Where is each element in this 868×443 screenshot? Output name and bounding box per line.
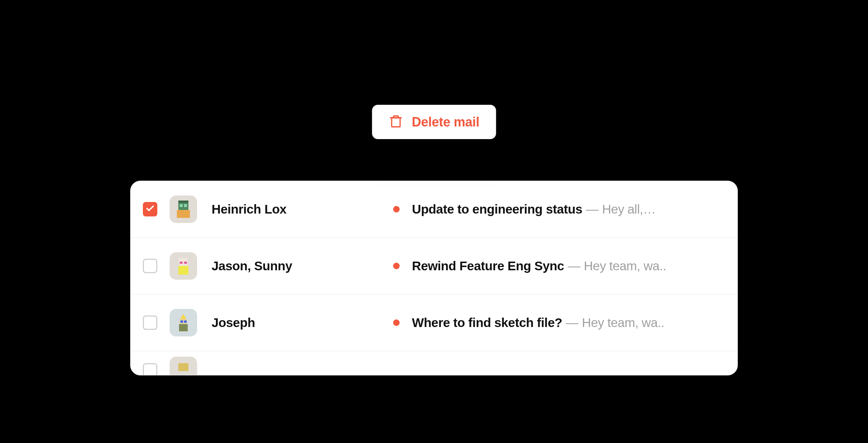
subject-line: Where to find sketch file? — Hey team, w… (412, 315, 664, 330)
subject-text: Update to engineering status (412, 202, 582, 216)
svg-rect-3 (180, 204, 183, 207)
preview-text: Hey team, wa.. (582, 315, 664, 330)
mail-row[interactable]: Jason, Sunny Rewind Feature Eng Sync — H… (131, 238, 737, 294)
svg-rect-16 (178, 363, 188, 371)
avatar (170, 252, 197, 280)
sender-name: Heinrich Lox (208, 202, 374, 216)
subject-line: Update to engineering status — Hey all,… (412, 202, 656, 216)
mail-row[interactable]: Joseph Where to find sketch file? — Hey … (131, 294, 737, 351)
separator: — (586, 202, 599, 216)
svg-rect-10 (179, 258, 188, 260)
mail-row[interactable]: Heinrich Lox Update to engineering statu… (131, 181, 737, 238)
preview-text: Hey all,… (602, 202, 656, 216)
svg-rect-15 (184, 321, 187, 323)
svg-rect-8 (180, 262, 183, 264)
svg-rect-6 (178, 266, 188, 275)
row-checkbox[interactable] (143, 315, 157, 330)
mail-row[interactable] (131, 351, 737, 375)
row-checkbox[interactable] (143, 202, 157, 216)
sender-name: Jason, Sunny (208, 259, 374, 273)
preview-text: Hey team, wa.. (584, 259, 666, 273)
delete-mail-label: Delete mail (412, 115, 480, 130)
unread-dot-icon (393, 263, 400, 269)
separator: — (566, 315, 578, 330)
separator: — (568, 259, 580, 273)
unread-dot-icon (393, 206, 400, 212)
trash-icon (389, 114, 403, 130)
avatar (170, 309, 197, 336)
checkmark-icon (145, 204, 155, 215)
delete-mail-button[interactable]: Delete mail (372, 105, 496, 139)
svg-rect-9 (184, 262, 187, 264)
svg-rect-14 (180, 321, 183, 323)
row-checkbox[interactable] (143, 259, 157, 273)
row-checkbox[interactable] (143, 363, 157, 375)
subject-line: Rewind Feature Eng Sync — Hey team, wa.. (412, 259, 666, 273)
svg-rect-1 (177, 210, 190, 218)
svg-rect-5 (178, 201, 188, 203)
mail-list-panel: Heinrich Lox Update to engineering statu… (130, 181, 738, 375)
svg-rect-4 (184, 204, 187, 207)
svg-rect-0 (392, 118, 400, 127)
sender-name: Joseph (208, 315, 374, 330)
svg-rect-11 (179, 324, 188, 331)
avatar (170, 195, 197, 223)
subject-text: Rewind Feature Eng Sync (412, 259, 564, 273)
subject-text: Where to find sketch file? (412, 315, 562, 330)
avatar (170, 357, 197, 375)
unread-dot-icon (393, 319, 400, 326)
